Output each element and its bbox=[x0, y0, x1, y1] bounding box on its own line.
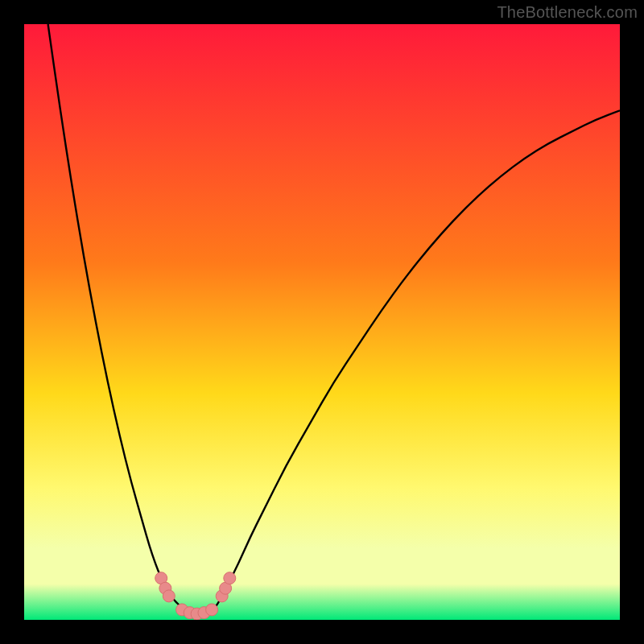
chart-frame: TheBottleneck.com bbox=[0, 0, 644, 644]
data-marker bbox=[206, 604, 218, 616]
data-marker bbox=[163, 590, 175, 602]
gradient-background bbox=[24, 24, 620, 620]
plot-area bbox=[24, 24, 620, 620]
data-marker bbox=[224, 572, 236, 584]
watermark-text: TheBottleneck.com bbox=[497, 3, 638, 22]
chart-svg bbox=[24, 24, 620, 620]
